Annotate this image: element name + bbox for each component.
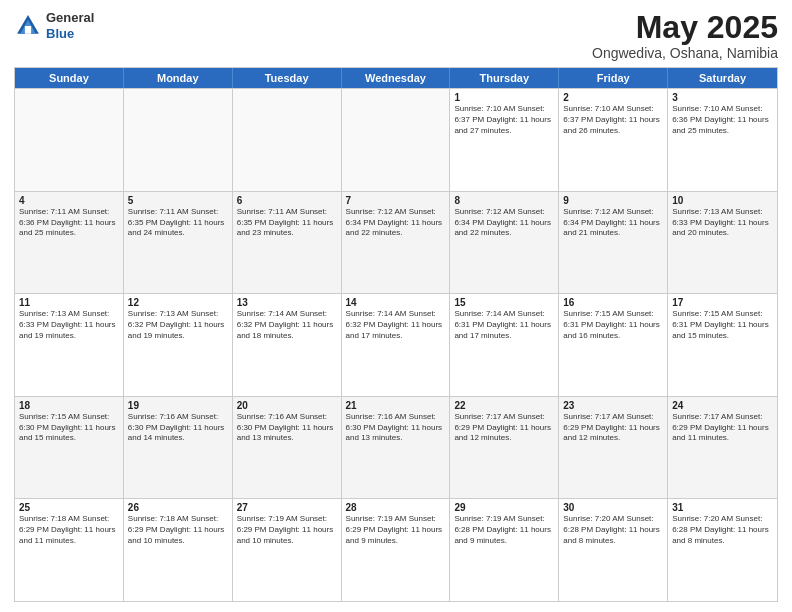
day-number: 10: [672, 195, 773, 206]
day-number: 13: [237, 297, 337, 308]
day-info: Sunrise: 7:12 AM Sunset: 6:34 PM Dayligh…: [454, 207, 554, 239]
title-block: May 2025 Ongwediva, Oshana, Namibia: [592, 10, 778, 61]
month-title: May 2025: [592, 10, 778, 45]
calendar-header-cell: Tuesday: [233, 68, 342, 88]
calendar-week-row: 11Sunrise: 7:13 AM Sunset: 6:33 PM Dayli…: [15, 293, 777, 396]
calendar-cell: 5Sunrise: 7:11 AM Sunset: 6:35 PM Daylig…: [124, 192, 233, 294]
day-number: 16: [563, 297, 663, 308]
calendar-cell: 23Sunrise: 7:17 AM Sunset: 6:29 PM Dayli…: [559, 397, 668, 499]
calendar-cell: 10Sunrise: 7:13 AM Sunset: 6:33 PM Dayli…: [668, 192, 777, 294]
day-number: 19: [128, 400, 228, 411]
calendar-cell: 28Sunrise: 7:19 AM Sunset: 6:29 PM Dayli…: [342, 499, 451, 601]
calendar-week-row: 1Sunrise: 7:10 AM Sunset: 6:37 PM Daylig…: [15, 88, 777, 191]
day-info: Sunrise: 7:13 AM Sunset: 6:33 PM Dayligh…: [19, 309, 119, 341]
day-number: 29: [454, 502, 554, 513]
calendar-cell: 8Sunrise: 7:12 AM Sunset: 6:34 PM Daylig…: [450, 192, 559, 294]
day-number: 22: [454, 400, 554, 411]
day-number: 14: [346, 297, 446, 308]
calendar-week-row: 18Sunrise: 7:15 AM Sunset: 6:30 PM Dayli…: [15, 396, 777, 499]
calendar-cell: 24Sunrise: 7:17 AM Sunset: 6:29 PM Dayli…: [668, 397, 777, 499]
calendar: SundayMondayTuesdayWednesdayThursdayFrid…: [14, 67, 778, 602]
calendar-cell: 18Sunrise: 7:15 AM Sunset: 6:30 PM Dayli…: [15, 397, 124, 499]
day-number: 23: [563, 400, 663, 411]
day-number: 2: [563, 92, 663, 103]
day-info: Sunrise: 7:15 AM Sunset: 6:31 PM Dayligh…: [563, 309, 663, 341]
day-number: 27: [237, 502, 337, 513]
calendar-cell: 3Sunrise: 7:10 AM Sunset: 6:36 PM Daylig…: [668, 89, 777, 191]
day-number: 20: [237, 400, 337, 411]
day-info: Sunrise: 7:10 AM Sunset: 6:36 PM Dayligh…: [672, 104, 773, 136]
calendar-week-row: 4Sunrise: 7:11 AM Sunset: 6:36 PM Daylig…: [15, 191, 777, 294]
day-info: Sunrise: 7:14 AM Sunset: 6:32 PM Dayligh…: [237, 309, 337, 341]
day-number: 31: [672, 502, 773, 513]
logo-general-text: General: [46, 10, 94, 25]
day-info: Sunrise: 7:16 AM Sunset: 6:30 PM Dayligh…: [128, 412, 228, 444]
day-info: Sunrise: 7:11 AM Sunset: 6:35 PM Dayligh…: [128, 207, 228, 239]
logo-icon: [14, 12, 42, 40]
day-info: Sunrise: 7:12 AM Sunset: 6:34 PM Dayligh…: [346, 207, 446, 239]
day-info: Sunrise: 7:20 AM Sunset: 6:28 PM Dayligh…: [563, 514, 663, 546]
day-info: Sunrise: 7:12 AM Sunset: 6:34 PM Dayligh…: [563, 207, 663, 239]
day-info: Sunrise: 7:15 AM Sunset: 6:30 PM Dayligh…: [19, 412, 119, 444]
calendar-cell: [342, 89, 451, 191]
calendar-cell: [233, 89, 342, 191]
day-number: 1: [454, 92, 554, 103]
day-info: Sunrise: 7:15 AM Sunset: 6:31 PM Dayligh…: [672, 309, 773, 341]
calendar-cell: 4Sunrise: 7:11 AM Sunset: 6:36 PM Daylig…: [15, 192, 124, 294]
day-number: 4: [19, 195, 119, 206]
day-number: 9: [563, 195, 663, 206]
calendar-cell: [15, 89, 124, 191]
calendar-header-cell: Friday: [559, 68, 668, 88]
calendar-cell: 2Sunrise: 7:10 AM Sunset: 6:37 PM Daylig…: [559, 89, 668, 191]
page-header: General Blue May 2025 Ongwediva, Oshana,…: [14, 10, 778, 61]
day-number: 15: [454, 297, 554, 308]
day-number: 11: [19, 297, 119, 308]
day-info: Sunrise: 7:19 AM Sunset: 6:29 PM Dayligh…: [346, 514, 446, 546]
calendar-cell: 30Sunrise: 7:20 AM Sunset: 6:28 PM Dayli…: [559, 499, 668, 601]
calendar-week-row: 25Sunrise: 7:18 AM Sunset: 6:29 PM Dayli…: [15, 498, 777, 601]
calendar-cell: 22Sunrise: 7:17 AM Sunset: 6:29 PM Dayli…: [450, 397, 559, 499]
day-info: Sunrise: 7:13 AM Sunset: 6:32 PM Dayligh…: [128, 309, 228, 341]
calendar-cell: 29Sunrise: 7:19 AM Sunset: 6:28 PM Dayli…: [450, 499, 559, 601]
calendar-header-cell: Wednesday: [342, 68, 451, 88]
calendar-cell: 27Sunrise: 7:19 AM Sunset: 6:29 PM Dayli…: [233, 499, 342, 601]
day-number: 25: [19, 502, 119, 513]
calendar-cell: 31Sunrise: 7:20 AM Sunset: 6:28 PM Dayli…: [668, 499, 777, 601]
calendar-cell: 6Sunrise: 7:11 AM Sunset: 6:35 PM Daylig…: [233, 192, 342, 294]
day-number: 7: [346, 195, 446, 206]
day-info: Sunrise: 7:19 AM Sunset: 6:29 PM Dayligh…: [237, 514, 337, 546]
calendar-cell: 9Sunrise: 7:12 AM Sunset: 6:34 PM Daylig…: [559, 192, 668, 294]
day-number: 12: [128, 297, 228, 308]
day-number: 3: [672, 92, 773, 103]
calendar-cell: 15Sunrise: 7:14 AM Sunset: 6:31 PM Dayli…: [450, 294, 559, 396]
day-number: 26: [128, 502, 228, 513]
calendar-cell: 1Sunrise: 7:10 AM Sunset: 6:37 PM Daylig…: [450, 89, 559, 191]
day-info: Sunrise: 7:17 AM Sunset: 6:29 PM Dayligh…: [672, 412, 773, 444]
day-number: 30: [563, 502, 663, 513]
day-info: Sunrise: 7:19 AM Sunset: 6:28 PM Dayligh…: [454, 514, 554, 546]
day-number: 5: [128, 195, 228, 206]
calendar-cell: [124, 89, 233, 191]
calendar-cell: 13Sunrise: 7:14 AM Sunset: 6:32 PM Dayli…: [233, 294, 342, 396]
day-number: 8: [454, 195, 554, 206]
day-info: Sunrise: 7:14 AM Sunset: 6:31 PM Dayligh…: [454, 309, 554, 341]
logo-text: General Blue: [46, 10, 94, 41]
calendar-cell: 26Sunrise: 7:18 AM Sunset: 6:29 PM Dayli…: [124, 499, 233, 601]
calendar-cell: 21Sunrise: 7:16 AM Sunset: 6:30 PM Dayli…: [342, 397, 451, 499]
day-info: Sunrise: 7:10 AM Sunset: 6:37 PM Dayligh…: [563, 104, 663, 136]
calendar-cell: 20Sunrise: 7:16 AM Sunset: 6:30 PM Dayli…: [233, 397, 342, 499]
day-info: Sunrise: 7:17 AM Sunset: 6:29 PM Dayligh…: [563, 412, 663, 444]
day-number: 28: [346, 502, 446, 513]
day-info: Sunrise: 7:10 AM Sunset: 6:37 PM Dayligh…: [454, 104, 554, 136]
day-info: Sunrise: 7:11 AM Sunset: 6:36 PM Dayligh…: [19, 207, 119, 239]
day-info: Sunrise: 7:17 AM Sunset: 6:29 PM Dayligh…: [454, 412, 554, 444]
day-number: 17: [672, 297, 773, 308]
logo: General Blue: [14, 10, 94, 41]
calendar-header-cell: Monday: [124, 68, 233, 88]
logo-blue-text: Blue: [46, 26, 74, 41]
calendar-body: 1Sunrise: 7:10 AM Sunset: 6:37 PM Daylig…: [15, 88, 777, 601]
day-info: Sunrise: 7:18 AM Sunset: 6:29 PM Dayligh…: [19, 514, 119, 546]
calendar-cell: 7Sunrise: 7:12 AM Sunset: 6:34 PM Daylig…: [342, 192, 451, 294]
calendar-cell: 17Sunrise: 7:15 AM Sunset: 6:31 PM Dayli…: [668, 294, 777, 396]
location-subtitle: Ongwediva, Oshana, Namibia: [592, 45, 778, 61]
